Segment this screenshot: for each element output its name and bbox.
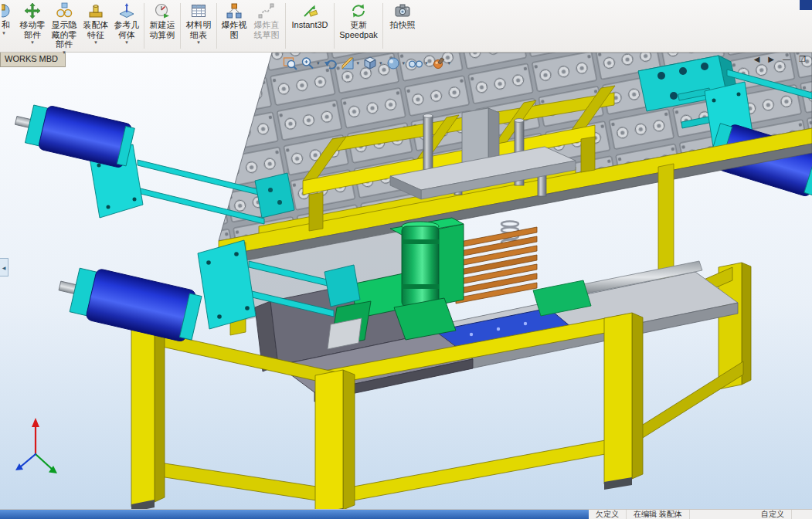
- zoom-to-area-icon[interactable]: [300, 56, 315, 71]
- ribbon-button-exploded-view[interactable]: 爆炸视 图: [219, 0, 250, 52]
- bill-of-materials-icon: [190, 2, 207, 19]
- ribbon-button-label: 拍快照: [390, 20, 416, 30]
- ribbon-button-new-motion-study[interactable]: 新建运 动算例: [146, 0, 178, 52]
- ribbon-button-cut-off[interactable]: 和 ▼: [0, 0, 17, 52]
- ribbon-button-update-speedpak[interactable]: 更新 Speedpak: [336, 0, 381, 52]
- panel-expand-handle[interactable]: ◀: [0, 258, 8, 276]
- dropdown-caret[interactable]: ▾: [425, 60, 428, 66]
- ribbon-button-bill-of-materials[interactable]: 材料明 细表 ▼: [182, 0, 215, 52]
- ribbon-separator: [285, 3, 286, 49]
- chevron-down-icon: ▼: [62, 50, 66, 56]
- ribbon-button-label: 和: [2, 20, 10, 30]
- status-editing-mode: 在编辑 装配体: [627, 510, 690, 519]
- ribbon-separator: [334, 3, 335, 49]
- reference-geometry-icon: [118, 2, 135, 19]
- ribbon-button-label: 参考几 何体: [114, 20, 140, 39]
- previous-view-icon[interactable]: [323, 56, 338, 71]
- hide-show-items-icon[interactable]: [408, 56, 423, 71]
- ribbon-button-label: 更新 Speedpak: [339, 20, 378, 39]
- ribbon-button-take-snapshot[interactable]: 拍快照: [385, 0, 420, 52]
- ribbon-button-label: 新建运 动算例: [150, 20, 175, 39]
- ribbon-separator: [216, 3, 217, 49]
- tab-scroll-left-button[interactable]: ◀: [753, 55, 762, 64]
- move-component-icon: [24, 2, 41, 19]
- ribbon-button-move-component[interactable]: 移动零 部件 ▼: [17, 0, 48, 52]
- chevron-down-icon: ▼: [93, 40, 98, 46]
- status-bar: 欠定义 在编辑 装配体 自定义: [0, 509, 812, 519]
- ribbon-button-label: 装配体 特征: [83, 20, 109, 39]
- chevron-down-icon: ▼: [196, 40, 201, 46]
- dropdown-caret[interactable]: ▾: [379, 60, 382, 66]
- ribbon-separator: [144, 3, 144, 49]
- update-speedpak-icon: [350, 2, 367, 19]
- assembly-features-icon: [87, 2, 104, 19]
- ribbon-button-label: 移动零 部件: [20, 20, 46, 39]
- cad-model-canvas[interactable]: [0, 53, 812, 509]
- chevron-down-icon: ▼: [2, 31, 6, 36]
- mate-icon: [2, 2, 17, 19]
- zoom-fit-icon[interactable]: [283, 56, 298, 71]
- command-ribbon: 和 ▼ 移动零 部件 ▼ 显示隐 藏的零 部件 ▼ 装配体 特征 ▼ 参考几 何…: [0, 0, 812, 53]
- ribbon-button-assembly-features[interactable]: 装配体 特征 ▼: [80, 0, 111, 52]
- ribbon-button-label: Instant3D: [291, 20, 328, 30]
- show-hidden-components-icon: [56, 2, 73, 19]
- status-custom-tab[interactable]: 自定义: [754, 510, 792, 519]
- edit-appearance-icon[interactable]: [431, 56, 447, 71]
- ribbon-button-show-hidden-components[interactable]: 显示隐 藏的零 部件 ▼: [48, 0, 80, 52]
- dropdown-caret[interactable]: ▾: [357, 60, 360, 66]
- snapshot-camera-icon: [394, 2, 411, 19]
- section-view-icon[interactable]: [340, 56, 355, 71]
- ribbon-button-label: 显示隐 藏的零 部件: [52, 20, 77, 49]
- panel-handle-arrow-icon: ◀: [2, 265, 6, 270]
- ribbon-separator: [180, 3, 181, 49]
- ribbon-button-label: 材料明 细表: [186, 20, 212, 39]
- motion-study-icon: [154, 2, 171, 19]
- ribbon-button-instant3d[interactable]: Instant3D: [287, 0, 332, 52]
- ribbon-button-label: 爆炸直 线草图: [254, 20, 280, 39]
- explode-line-sketch-icon: [258, 2, 275, 19]
- window-corner-fragment: [800, 0, 812, 10]
- dropdown-caret[interactable]: ▾: [448, 60, 451, 66]
- chevron-down-icon: ▼: [30, 40, 35, 46]
- solidworks-window: { "ribbon": { "buttons": [ {"label": "和"…: [0, 0, 812, 519]
- graphics-area[interactable]: ▾ ▾ ▾ ▾ ▾ ▾ ◀ ▶ — ❐ ◀: [0, 53, 812, 509]
- dropdown-caret[interactable]: ▾: [403, 60, 406, 66]
- tab-solidworks-mbd[interactable]: WORKS MBD: [0, 53, 66, 67]
- tab-scroll-right-button[interactable]: ▶: [766, 55, 776, 64]
- instant3d-icon: [301, 2, 318, 19]
- dropdown-caret[interactable]: ▾: [317, 60, 320, 66]
- chevron-down-icon: ▼: [124, 40, 129, 46]
- ribbon-button-explode-line-sketch: 爆炸直 线草图: [250, 0, 284, 52]
- restore-document-button[interactable]: ❐: [797, 55, 807, 64]
- exploded-view-icon: [226, 2, 243, 19]
- view-orientation-icon[interactable]: [362, 56, 378, 71]
- document-window-controls: ◀ ▶ — ❐: [753, 55, 807, 64]
- minimize-document-button[interactable]: —: [781, 55, 792, 64]
- ribbon-button-label: 爆炸视 图: [222, 20, 247, 39]
- heads-up-view-toolbar: ▾ ▾ ▾ ▾ ▾ ▾: [283, 56, 452, 71]
- display-style-icon[interactable]: [386, 56, 401, 71]
- status-bar-blue-region: [0, 510, 589, 519]
- ribbon-separator: [382, 3, 383, 49]
- ribbon-button-reference-geometry[interactable]: 参考几 何体 ▼: [111, 0, 142, 52]
- tab-label: WORKS MBD: [5, 54, 58, 63]
- status-constraint-state: 欠定义: [589, 510, 627, 519]
